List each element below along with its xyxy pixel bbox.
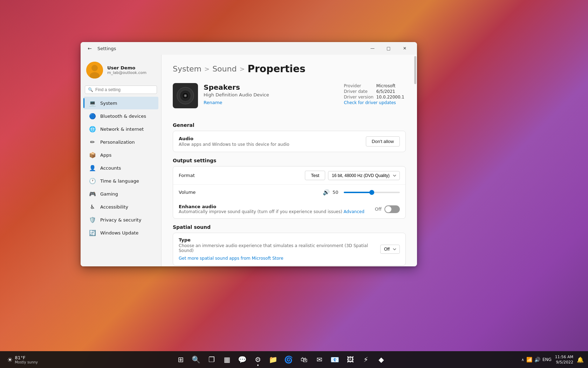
taskbar-icon-widgets[interactable]: ▦ bbox=[220, 353, 234, 367]
scrollbar-thumb[interactable] bbox=[414, 56, 416, 84]
taskbar-icon-outlook[interactable]: 📧 bbox=[328, 353, 342, 367]
user-profile[interactable]: User Demo m_lab@outlook.com bbox=[81, 57, 161, 83]
taskbar-icon-edge[interactable]: 🌀 bbox=[282, 353, 296, 367]
taskbar-icon-chat[interactable]: 💬 bbox=[235, 353, 249, 367]
taskbar-icon-start[interactable]: ⊞ bbox=[174, 353, 188, 367]
user-info: User Demo m_lab@outlook.com bbox=[107, 65, 156, 75]
test-button[interactable]: Test bbox=[305, 171, 325, 180]
taskbar-icon-explorer[interactable]: 📁 bbox=[266, 353, 280, 367]
spatial-section-title: Spatial sound bbox=[173, 224, 406, 230]
enhance-label: Enhance audio bbox=[179, 204, 375, 209]
advanced-link[interactable]: Advanced bbox=[343, 209, 364, 214]
spatial-info: Type Choose an immersive audio experienc… bbox=[179, 237, 380, 261]
sidebar-item-personalization[interactable]: ✏️ Personalization bbox=[83, 136, 158, 148]
back-button[interactable]: ← bbox=[85, 43, 95, 53]
sidebar-item-apps[interactable]: 📦 Apps bbox=[83, 149, 158, 161]
audio-setting-row: Audio Allow apps and Windows to use this… bbox=[173, 131, 405, 152]
weather-icon: ☀️ bbox=[7, 356, 13, 363]
sidebar-item-bluetooth[interactable]: 🔵 Bluetooth & devices bbox=[83, 110, 158, 122]
taskbar: ☀️ 81°F Mostly sunny ⊞🔍❐▦💬⚙📁🌀🛍✉📧🖼⚡◆ ∧ 📶 … bbox=[0, 351, 588, 368]
rename-link[interactable]: Rename bbox=[204, 100, 222, 105]
sidebar-item-update[interactable]: 🔄 Windows Update bbox=[83, 226, 158, 239]
main-content: System > Sound > Properties bbox=[161, 55, 417, 266]
maximize-button[interactable]: □ bbox=[381, 42, 397, 55]
taskbar-icon-app2[interactable]: ◆ bbox=[374, 353, 388, 367]
volume-slider[interactable] bbox=[344, 192, 400, 193]
taskbar-icon-store[interactable]: 🛍 bbox=[297, 353, 311, 367]
close-button[interactable]: ✕ bbox=[397, 42, 413, 55]
dont-allow-button[interactable]: Don't allow bbox=[366, 136, 400, 146]
spatial-type-label: Type bbox=[179, 237, 380, 243]
sidebar-item-time[interactable]: 🕐 Time & language bbox=[83, 175, 158, 187]
enhance-info: Enhance audio Automatically improve soun… bbox=[179, 204, 375, 214]
nav-label-update: Windows Update bbox=[100, 230, 138, 236]
sidebar-item-gaming[interactable]: 🎮 Gaming bbox=[83, 188, 158, 200]
sidebar-item-system[interactable]: 💻 System bbox=[83, 97, 158, 109]
taskbar-icon-search[interactable]: 🔍 bbox=[189, 353, 203, 367]
audio-desc: Allow apps and Windows to use this devic… bbox=[179, 142, 366, 147]
audio-label: Audio bbox=[179, 136, 366, 141]
breadcrumb-system[interactable]: System bbox=[173, 64, 201, 73]
taskbar-icon-mail[interactable]: ✉ bbox=[313, 353, 327, 367]
output-section-title: Output settings bbox=[173, 158, 406, 163]
taskbar-icon-photos[interactable]: 🖼 bbox=[343, 353, 357, 367]
clock[interactable]: 11:56 AM 9/5/2022 bbox=[553, 354, 575, 366]
breadcrumb-sep2: > bbox=[239, 65, 245, 73]
weather-widget[interactable]: ☀️ 81°F Mostly sunny bbox=[4, 354, 41, 366]
spatial-type-desc: Choose an immersive audio experience tha… bbox=[179, 243, 380, 253]
minimize-button[interactable]: — bbox=[364, 42, 381, 55]
language-indicator[interactable]: ENG bbox=[542, 357, 552, 362]
nav-label-accessibility: Accessibility bbox=[100, 204, 128, 210]
sidebar-item-privacy[interactable]: 🛡️ Privacy & security bbox=[83, 213, 158, 226]
taskbar-center: ⊞🔍❐▦💬⚙📁🌀🛍✉📧🖼⚡◆ bbox=[45, 353, 517, 367]
user-email: m_lab@outlook.com bbox=[107, 70, 156, 75]
breadcrumb-current: Properties bbox=[248, 63, 306, 75]
svg-point-7 bbox=[185, 95, 186, 96]
volume-icon: 🔊 bbox=[323, 189, 330, 196]
svg-point-1 bbox=[91, 65, 98, 71]
volume-filled bbox=[344, 192, 372, 193]
taskbar-icon-taskview[interactable]: ❐ bbox=[205, 353, 219, 367]
device-desc: High Definition Audio Device bbox=[204, 92, 337, 97]
volume-value: 50 bbox=[333, 190, 341, 195]
weather-desc: Mostly sunny bbox=[15, 360, 38, 364]
nav-icon-system: 💻 bbox=[89, 100, 96, 107]
volume-label: Volume bbox=[179, 190, 323, 195]
weather-info: 81°F Mostly sunny bbox=[15, 355, 38, 364]
nav-icon-gaming: 🎮 bbox=[89, 190, 96, 197]
spatial-type-row: Type Choose an immersive audio experienc… bbox=[173, 233, 405, 265]
taskbar-icon-settings-tb[interactable]: ⚙ bbox=[251, 353, 265, 367]
check-driver-updates-link[interactable]: Check for driver updates bbox=[344, 100, 396, 105]
taskbar-icon-app1[interactable]: ⚡ bbox=[359, 353, 373, 367]
notifications-icon[interactable]: 🔔 bbox=[577, 356, 584, 363]
enhance-toggle[interactable] bbox=[384, 205, 400, 213]
nav-label-gaming: Gaming bbox=[100, 191, 118, 197]
nav-icon-accounts: 👤 bbox=[89, 164, 96, 171]
nav-icon-apps: 📦 bbox=[89, 151, 96, 158]
tray-arrow[interactable]: ∧ bbox=[521, 357, 524, 362]
breadcrumb: System > Sound > Properties bbox=[173, 63, 406, 75]
enhance-control: Off bbox=[375, 205, 400, 213]
nav-items: 💻 System 🔵 Bluetooth & devices 🌐 Network… bbox=[81, 97, 161, 239]
format-select[interactable]: 16 bit, 48000 Hz (DVD Quality) bbox=[328, 171, 400, 180]
driver-version-label: Driver version bbox=[342, 94, 375, 100]
sidebar-item-accounts[interactable]: 👤 Accounts bbox=[83, 162, 158, 174]
sidebar-item-network[interactable]: 🌐 Network & internet bbox=[83, 123, 158, 135]
user-name: User Demo bbox=[107, 65, 156, 70]
nav-label-apps: Apps bbox=[100, 152, 111, 158]
breadcrumb-sound[interactable]: Sound bbox=[212, 64, 237, 73]
system-tray: ∧ 📶 🔊 ENG bbox=[521, 357, 552, 362]
volume-thumb[interactable] bbox=[369, 190, 374, 195]
device-name: Speakers bbox=[204, 83, 337, 91]
avatar bbox=[86, 62, 103, 79]
audio-tray-icon[interactable]: 🔊 bbox=[534, 357, 540, 362]
spatial-store-link[interactable]: Get more spatial sound apps from Microso… bbox=[179, 256, 283, 261]
sidebar-item-accessibility[interactable]: ♿ Accessibility bbox=[83, 200, 158, 213]
provider-value: Microsoft bbox=[375, 83, 406, 89]
spatial-select[interactable]: Off bbox=[380, 245, 400, 254]
driver-version-value: 10.0.22000.1 bbox=[375, 94, 406, 100]
format-row: Format Test 16 bit, 48000 Hz (DVD Qualit… bbox=[173, 166, 405, 185]
driver-date-label: Driver date bbox=[342, 89, 375, 94]
search-input[interactable] bbox=[95, 87, 154, 92]
nav-label-system: System bbox=[100, 101, 117, 106]
